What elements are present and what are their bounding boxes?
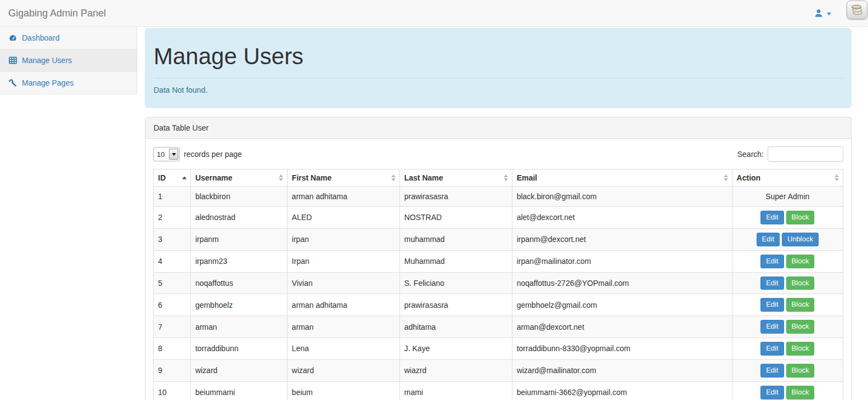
block-button[interactable]: Block [786, 298, 815, 312]
column-header-action[interactable]: Action [732, 170, 843, 187]
cell-first-name: arman adhitama [287, 187, 399, 207]
cell-id: 9 [154, 359, 191, 381]
sidebar: DashboardManage UsersManage Pages [0, 27, 137, 94]
data-table-panel: Data Table User 10 records per page Sear… [145, 117, 852, 400]
sort-both-icon [724, 174, 728, 181]
sidebar-item-manage-users[interactable]: Manage Users [0, 49, 137, 72]
cell-last-name: J. Kaye [399, 338, 512, 360]
role-label: Super Admin [765, 192, 809, 201]
sort-ascending-icon [182, 177, 187, 179]
cell-email: irpanm@dexcort.net [512, 228, 732, 250]
cell-username: irpanm [190, 228, 287, 250]
table-controls: 10 records per page Search: [153, 147, 843, 162]
column-header-email[interactable]: Email [512, 170, 732, 187]
database-stack-icon [850, 3, 864, 17]
block-button[interactable]: Block [786, 364, 815, 378]
cell-username: irpanm23 [190, 250, 287, 272]
edit-button[interactable]: Edit [760, 342, 784, 356]
cell-last-name: Muhammad [399, 250, 512, 272]
block-button[interactable]: Block [786, 255, 815, 268]
wrench-icon [8, 79, 17, 87]
table-row: 9wizardwizardwiazrdwizard@mailinator.com… [154, 359, 843, 381]
cell-last-name: prawirasasra [399, 294, 512, 316]
search-input[interactable] [768, 147, 843, 162]
edit-button[interactable]: Edit [760, 298, 784, 312]
sidebar-item-manage-pages[interactable]: Manage Pages [0, 72, 137, 94]
user-menu[interactable] [814, 9, 831, 18]
block-button[interactable]: Block [786, 386, 815, 399]
cell-last-name: prawirasasra [399, 187, 512, 207]
block-button[interactable]: Block [786, 211, 815, 224]
cell-first-name: wizard [287, 359, 399, 381]
table-row: 10beiummamibeiummamibeiummami-3662@yopma… [154, 381, 843, 400]
edit-button[interactable]: Edit [760, 255, 784, 268]
unblock-button[interactable]: Unblock [782, 233, 819, 246]
table-row: 5noqaffottusVivianS. Felicianonoqaffottu… [154, 272, 843, 294]
cell-username: beiummami [190, 381, 287, 400]
edit-button[interactable]: Edit [760, 320, 784, 334]
sidebar-item-label: Manage Users [22, 56, 72, 65]
cell-last-name: wiazrd [399, 359, 512, 381]
block-button[interactable]: Block [786, 342, 815, 356]
cell-first-name: ALED [287, 207, 399, 229]
app-title[interactable]: Gigabing Admin Panel [8, 8, 106, 19]
records-per-page-value: 10 [154, 148, 168, 161]
cell-first-name: arman [287, 316, 399, 338]
block-button[interactable]: Block [786, 320, 815, 334]
cell-id: 2 [154, 207, 191, 229]
jumbotron-divider [154, 78, 843, 78]
cell-username: alednostrad [190, 207, 287, 229]
cell-id: 7 [154, 316, 191, 338]
cell-first-name: irpan [287, 228, 399, 250]
table-row: 2alednostradALEDNOSTRADalet@dexcort.netE… [154, 207, 843, 229]
table-row: 3irpanmirpanmuhammadirpanm@dexcort.netEd… [154, 228, 843, 250]
sort-both-icon [835, 174, 839, 181]
edit-button[interactable]: Edit [760, 277, 784, 290]
column-label: Action [737, 173, 761, 182]
column-header-username[interactable]: Username [190, 170, 287, 187]
dashboard-icon [8, 34, 17, 42]
cell-id: 6 [154, 294, 191, 316]
cell-username: gembhoelz [190, 294, 287, 316]
select-dropdown-icon [169, 149, 178, 160]
users-table: IDUsernameFirst NameLast NameEmailAction… [153, 169, 843, 400]
sidebar-item-label: Manage Pages [22, 78, 74, 87]
data-not-found-message: Data Not found. [154, 86, 843, 94]
cell-id: 4 [154, 250, 191, 272]
cell-id: 8 [154, 338, 191, 360]
cell-last-name: S. Feliciano [399, 272, 512, 294]
cell-email: noqaffottus-2726@YOPmail.com [512, 272, 732, 294]
column-label: ID [158, 173, 166, 182]
cell-email: gembhoelz@gmail.com [512, 294, 732, 316]
page-header-jumbotron: Manage Users Data Not found. [145, 28, 852, 108]
sort-both-icon [279, 174, 283, 181]
cell-action: EditBlock [732, 359, 843, 381]
block-button[interactable]: Block [786, 277, 815, 290]
sort-both-icon [391, 174, 396, 181]
column-header-id[interactable]: ID [154, 170, 191, 187]
column-header-first-name[interactable]: First Name [287, 170, 399, 187]
table-body: 1blackbironarman adhitamaprawirasasrabla… [154, 187, 843, 400]
cell-email: black.biron@gmail.com [512, 187, 732, 207]
edit-button[interactable]: Edit [757, 233, 780, 246]
cell-first-name: Lena [287, 338, 399, 360]
cell-username: torraddibunn [190, 338, 287, 360]
cell-username: wizard [190, 359, 287, 381]
cell-id: 5 [154, 272, 191, 294]
edit-button[interactable]: Edit [760, 211, 784, 224]
sidebar-item-dashboard[interactable]: Dashboard [0, 27, 137, 49]
edit-button[interactable]: Edit [760, 364, 784, 378]
cell-email: wizard@mailinator.com [512, 359, 732, 381]
cell-first-name: arman adhitama [287, 294, 399, 316]
column-header-last-name[interactable]: Last Name [399, 170, 512, 187]
table-icon [8, 57, 17, 64]
panel-title: Data Table User [145, 117, 851, 139]
edit-button[interactable]: Edit [760, 386, 784, 399]
sidebar-item-label: Dashboard [22, 33, 60, 42]
records-per-page-select[interactable]: 10 [153, 147, 180, 161]
cell-id: 10 [154, 381, 191, 400]
browser-extension-button[interactable] [847, 1, 867, 19]
sort-both-icon [504, 174, 508, 181]
cell-first-name: beium [287, 381, 399, 400]
main-content: Manage Users Data Not found. Data Table … [137, 27, 868, 400]
